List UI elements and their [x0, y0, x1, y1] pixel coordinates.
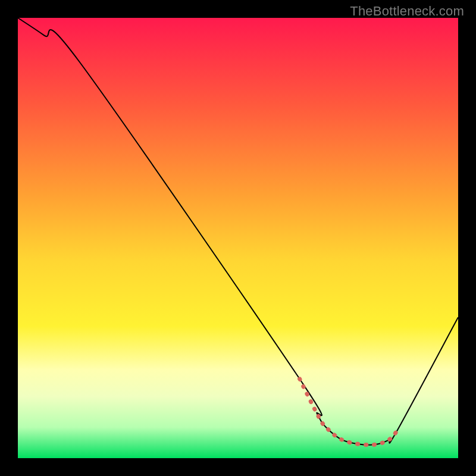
highlight-dots [300, 379, 397, 445]
curve-line [18, 18, 458, 445]
chart-stage: TheBottleneck.com [0, 0, 476, 476]
watermark-text: TheBottleneck.com [350, 4, 464, 19]
plot-area [18, 18, 458, 458]
plot-svg [18, 18, 458, 458]
